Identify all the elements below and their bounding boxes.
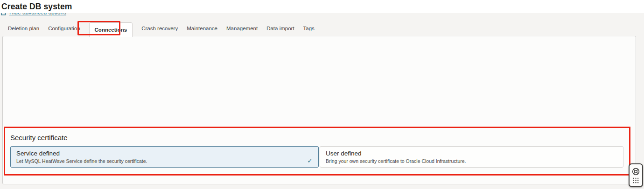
tab-crash-recovery[interactable]: Crash recovery: [141, 26, 178, 31]
tab-maintenance[interactable]: Maintenance: [187, 26, 217, 31]
collapse-icon: [1, 13, 7, 16]
tab-deletion-plan[interactable]: Deletion plan: [8, 26, 39, 31]
security-option-user-defined[interactable]: User defined Bring your own security cer…: [320, 146, 623, 168]
life-buoy-icon[interactable]: [632, 168, 640, 176]
advanced-options-link-label: Hide advanced options: [9, 13, 66, 16]
check-icon: ✓: [307, 157, 313, 164]
tab-management[interactable]: Management: [226, 26, 258, 31]
tab-bar: Deletion plan Configuration Connections …: [8, 20, 644, 36]
tab-data-import[interactable]: Data import: [266, 26, 294, 31]
security-certificate-heading: Security certificate: [10, 134, 68, 142]
user-defined-description: Bring your own security certificate to O…: [326, 158, 623, 164]
service-defined-title: Service defined: [16, 150, 318, 157]
page-title: Create DB system: [1, 2, 72, 12]
tab-tags[interactable]: Tags: [303, 26, 315, 31]
tab-configuration[interactable]: Configuration: [48, 26, 80, 31]
page-header: Create DB system: [0, 0, 644, 13]
service-defined-description: Let MySQL HeatWave Service define the se…: [16, 158, 318, 164]
tab-connections[interactable]: Connections: [89, 22, 133, 37]
advanced-options-link-strip: Hide advanced options: [1, 13, 104, 17]
hide-advanced-options-link[interactable]: Hide advanced options: [1, 13, 104, 16]
grid-dots-icon[interactable]: [633, 177, 639, 183]
user-defined-title: User defined: [326, 150, 623, 157]
floating-assist-widget[interactable]: [629, 163, 643, 187]
security-option-service-defined[interactable]: Service defined Let MySQL HeatWave Servi…: [10, 146, 319, 168]
